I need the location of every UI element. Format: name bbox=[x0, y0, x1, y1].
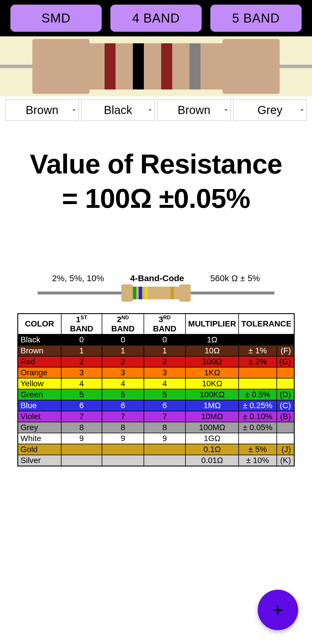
th-band2: 2ND BAND bbox=[102, 313, 144, 334]
cell-color: Orange bbox=[18, 367, 61, 378]
cell-tol: ± 10% bbox=[239, 455, 276, 466]
chart-mini-resistor bbox=[38, 284, 274, 302]
cell-mult: 1GΩ bbox=[185, 433, 239, 444]
cell-b3: 0 bbox=[144, 334, 186, 345]
cell-letter: (F) bbox=[277, 345, 294, 356]
table-row: Orange3331KΩ bbox=[18, 367, 294, 378]
cell-color: Grey bbox=[18, 422, 61, 433]
cell-tol: ± 1% bbox=[239, 345, 276, 356]
select-band-1[interactable]: Brown bbox=[5, 99, 79, 121]
band-1 bbox=[105, 43, 116, 89]
cell-mult: 0.1Ω bbox=[185, 444, 239, 455]
select-band-2[interactable]: Black bbox=[81, 99, 155, 121]
cell-letter bbox=[277, 334, 294, 345]
cell-mult: 1KΩ bbox=[185, 367, 239, 378]
cell-b3 bbox=[144, 444, 186, 455]
cell-mult: 1Ω bbox=[185, 334, 239, 345]
add-fab[interactable]: + bbox=[258, 590, 298, 630]
cell-tol: ± 2% bbox=[239, 356, 276, 367]
resistor-endcap-right bbox=[222, 39, 280, 94]
cell-tol bbox=[239, 334, 276, 345]
cell-color: Blue bbox=[18, 400, 61, 411]
cell-tol: ± 0.05% bbox=[239, 422, 276, 433]
table-row: Red222100Ω± 2%(G) bbox=[18, 356, 294, 367]
th-color: COLOR bbox=[18, 313, 61, 334]
cell-mult: 10MΩ bbox=[185, 411, 239, 422]
table-row: Yellow44410KΩ bbox=[18, 378, 294, 389]
cell-b1 bbox=[61, 455, 102, 466]
resistor-body bbox=[90, 43, 222, 89]
cell-tol: ± 0.5% bbox=[239, 389, 276, 400]
chart-left-note: 2%, 5%, 10% bbox=[52, 273, 104, 283]
cell-b1: 0 bbox=[61, 334, 102, 345]
chart-right-note: 560k Ω ± 5% bbox=[210, 273, 260, 283]
cell-color: Red bbox=[18, 356, 61, 367]
cell-b2: 8 bbox=[102, 422, 144, 433]
table-row: Silver0.01Ω± 10%(K) bbox=[18, 455, 294, 466]
cell-mult: 100KΩ bbox=[185, 389, 239, 400]
cell-color: Gold bbox=[18, 444, 61, 455]
cell-color: Green bbox=[18, 389, 61, 400]
cell-color: Black bbox=[18, 334, 61, 345]
cell-color: Silver bbox=[18, 455, 61, 466]
cell-letter: (B) bbox=[277, 411, 294, 422]
select-band-3[interactable]: Brown bbox=[157, 99, 231, 121]
cell-b1 bbox=[61, 444, 102, 455]
cell-b2: 7 bbox=[102, 411, 144, 422]
cell-tol: ± 0.10% bbox=[239, 411, 276, 422]
cell-b3 bbox=[144, 455, 186, 466]
tab-smd[interactable]: SMD bbox=[10, 5, 102, 32]
table-row: Blue6661MΩ± 0.25%(C) bbox=[18, 400, 294, 411]
cell-b2: 5 bbox=[102, 389, 144, 400]
band-3 bbox=[161, 43, 172, 89]
cell-b2 bbox=[102, 455, 144, 466]
cell-tol bbox=[239, 433, 276, 444]
cell-b2: 2 bbox=[102, 356, 144, 367]
cell-b2: 1 bbox=[102, 345, 144, 356]
resistor-lead-left bbox=[0, 65, 35, 68]
resistor-lead-right bbox=[277, 65, 312, 68]
resistor-endcap-left bbox=[32, 39, 90, 94]
cell-letter: (C) bbox=[277, 400, 294, 411]
cell-b2 bbox=[102, 444, 144, 455]
cell-b3: 3 bbox=[144, 367, 186, 378]
cell-letter bbox=[277, 367, 294, 378]
tab-5band[interactable]: 5 BAND bbox=[210, 5, 302, 32]
table-header-row: COLOR 1ST BAND 2ND BAND 3RD BAND MULTIPL… bbox=[18, 313, 294, 334]
th-band1: 1ST BAND bbox=[61, 313, 102, 334]
cell-b1: 8 bbox=[61, 422, 102, 433]
band-2 bbox=[133, 43, 144, 89]
cell-mult: 1MΩ bbox=[185, 400, 239, 411]
cell-b1: 2 bbox=[61, 356, 102, 367]
cell-letter: (D) bbox=[277, 389, 294, 400]
cell-b3: 4 bbox=[144, 378, 186, 389]
table-row: Brown11110Ω± 1%(F) bbox=[18, 345, 294, 356]
cell-b2: 0 bbox=[102, 334, 144, 345]
cell-b3: 5 bbox=[144, 389, 186, 400]
cell-b2: 4 bbox=[102, 378, 144, 389]
th-mult: MULTIPLIER bbox=[185, 313, 239, 334]
cell-b3: 7 bbox=[144, 411, 186, 422]
cell-color: Brown bbox=[18, 345, 61, 356]
cell-b2: 9 bbox=[102, 433, 144, 444]
tab-4band[interactable]: 4 BAND bbox=[110, 5, 202, 32]
result-display: Value of Resistance = 100Ω ±0.05% bbox=[0, 147, 312, 216]
band-selects: Brown Black Brown Grey bbox=[0, 96, 312, 124]
select-band-4[interactable]: Grey bbox=[233, 99, 307, 121]
th-tol: TOLERANCE bbox=[239, 313, 294, 334]
result-line-2: = 100Ω ±0.05% bbox=[6, 181, 306, 216]
cell-b1: 9 bbox=[61, 433, 102, 444]
cell-mult: 100MΩ bbox=[185, 422, 239, 433]
cell-mult: 10KΩ bbox=[185, 378, 239, 389]
th-band3: 3RD BAND bbox=[144, 313, 186, 334]
cell-letter: (G) bbox=[277, 356, 294, 367]
plus-icon: + bbox=[272, 599, 283, 621]
cell-mult: 10Ω bbox=[185, 345, 239, 356]
cell-b3: 9 bbox=[144, 433, 186, 444]
cell-color: Violet bbox=[18, 411, 61, 422]
cell-b1: 7 bbox=[61, 411, 102, 422]
color-code-chart: 2%, 5%, 10% 4-Band-Code 560k Ω ± 5% COLO… bbox=[17, 273, 295, 466]
cell-b1: 5 bbox=[61, 389, 102, 400]
band-4 bbox=[190, 43, 200, 89]
cell-letter: (K) bbox=[277, 455, 294, 466]
